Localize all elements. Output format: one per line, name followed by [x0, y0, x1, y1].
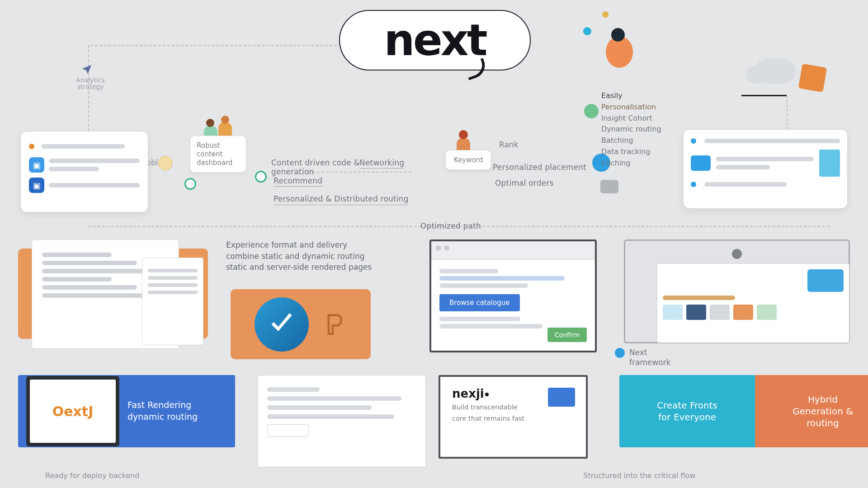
input-placeholder[interactable] [267, 424, 309, 437]
secondary-button[interactable]: Confirm [547, 328, 587, 342]
split-promo-card: Create Frontsfor Everyone HybridGenerati… [619, 375, 868, 447]
window-dot-icon [436, 245, 441, 251]
laptop-screen-text: OextJ [52, 404, 94, 419]
guide-line [90, 45, 337, 47]
blue-promo-card: OextJ Fast Renderingdynamic routing [18, 375, 235, 447]
form-mock-card [258, 375, 426, 467]
devices-illustration [737, 59, 841, 95]
diagram-text: Personalized placement [493, 163, 610, 172]
bullet-icon [255, 171, 267, 183]
guide-line [787, 96, 788, 130]
guide-line [741, 95, 787, 96]
feature-item: Dynamic routing [601, 124, 692, 135]
thumbnail-icon [663, 305, 683, 320]
card-text: Experience format and delivery [226, 239, 411, 251]
window-dot-icon [691, 138, 696, 144]
card-text: core that remains fast [452, 414, 574, 423]
side-caption-sub: framework [629, 358, 671, 367]
thumbnail-icon [691, 155, 711, 171]
text-and-badge-card: Experience format and delivery combine s… [226, 239, 411, 357]
plane-icon [81, 63, 92, 74]
mini-browser-card: ▣ ▣ [20, 131, 148, 212]
footer-text: Structured into the critical flow [583, 471, 695, 480]
note-card: Robust content dashboard [190, 136, 246, 173]
thumbnail-icon [733, 305, 753, 320]
side-caption: Nextframework [615, 348, 671, 367]
feature-item: Batching [601, 135, 692, 146]
accent-dot-icon [602, 11, 609, 18]
promo-text: routing [807, 417, 839, 429]
diagram-text: Optimized path [420, 221, 481, 230]
promo-text: Hybrid [808, 394, 838, 405]
glyph-icon [322, 311, 347, 338]
diagram-text: Recommend [274, 176, 322, 187]
brand-logo-text: next [384, 15, 486, 66]
keyword-chip-label: Rank [499, 140, 518, 149]
promo-text: Generation & [793, 405, 853, 417]
card-text: static and server-side rendered pages [226, 262, 411, 273]
brand-logo: next [339, 10, 531, 70]
desktop-mock-card [624, 239, 850, 343]
footer-text: Ready for deploy backend [45, 471, 139, 480]
thumbnail-icon [686, 305, 706, 320]
person-illustration [606, 36, 633, 68]
thumbnail-icon [757, 305, 777, 320]
camera-dot-icon [732, 249, 742, 259]
feature-subheading: Personalisation [601, 102, 692, 113]
primary-button[interactable]: Browse catalogue [439, 294, 520, 311]
accent-dot-icon [583, 27, 591, 35]
thumbnail-icon [710, 305, 730, 320]
window-dot-icon [444, 245, 449, 251]
mini-browser-card [683, 129, 848, 209]
keyword-chip: Keyword [445, 150, 491, 170]
window-dot-icon [691, 182, 696, 187]
thumbnail-icon [819, 150, 840, 177]
window-dot-icon [29, 144, 34, 149]
side-caption-title: Next [629, 348, 647, 357]
framed-brand-card: nexji Build transcendable core that rema… [439, 375, 588, 459]
thumbnail-icon: ▣ [29, 178, 44, 193]
plane-caption: Analytics strategy [70, 77, 111, 91]
feature-list: Easily Personalisation Insight Cohort Dy… [601, 90, 692, 169]
feature-heading: Easily [601, 90, 692, 102]
browser-mock-card: Browse catalogue Confirm [429, 239, 597, 352]
feature-dot-icon [584, 104, 599, 118]
feature-item: Caching [601, 158, 692, 169]
diagram-text: Personalized & Distributed routing [274, 194, 409, 205]
stacked-screens-card [18, 239, 208, 343]
feature-item: Data tracking [601, 146, 692, 158]
diagram-text: Networking [359, 158, 404, 169]
card-text: combine static and dynamic routing [226, 251, 411, 262]
promo-text: Create Fronts [657, 399, 717, 411]
promo-text: dynamic routing [127, 411, 198, 423]
promo-text: for Everyone [658, 411, 716, 423]
thumbnail-icon [548, 388, 575, 407]
feature-item: Insight Cohort [601, 113, 692, 124]
dot-icon [615, 348, 625, 358]
thumbnail-icon [807, 269, 844, 292]
promo-text: Fast Rendering [127, 399, 198, 411]
diagram-text: Optimal orders [495, 178, 554, 188]
laptop-icon: OextJ [26, 376, 119, 446]
round-badge-icon [255, 297, 309, 352]
feature-chip-icon [600, 180, 618, 193]
chip-icon [158, 156, 173, 170]
bullet-icon [184, 178, 196, 190]
thumbnail-icon: ▣ [29, 157, 44, 173]
